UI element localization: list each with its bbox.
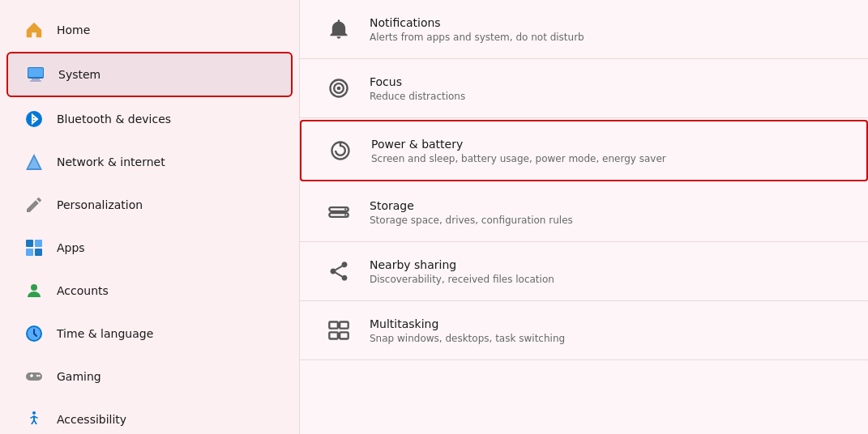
notifications-icon	[324, 15, 353, 44]
network-icon	[23, 151, 45, 173]
svg-point-19	[32, 411, 36, 415]
settings-list: Notifications Alerts from apps and syste…	[300, 0, 868, 360]
svg-rect-23	[340, 143, 341, 147]
svg-rect-30	[329, 332, 338, 338]
system-label: System	[58, 68, 100, 81]
svg-rect-2	[30, 80, 41, 82]
accounts-icon	[23, 279, 45, 302]
multitasking-icon	[324, 316, 353, 345]
nearby-icon	[324, 257, 353, 286]
settings-item-nearby[interactable]: Nearby sharing Discoverability, received…	[300, 242, 868, 301]
svg-rect-10	[35, 249, 42, 256]
accessibility-label: Accessibility	[57, 413, 126, 426]
storage-title: Storage	[370, 199, 573, 212]
nearby-title: Nearby sharing	[370, 258, 554, 271]
storage-icon	[324, 198, 353, 227]
sidebar-item-network[interactable]: Network & internet	[6, 141, 293, 183]
main-content: Notifications Alerts from apps and syste…	[300, 0, 868, 434]
multitasking-title: Multitasking	[370, 317, 565, 330]
time-icon	[23, 322, 45, 345]
notifications-desc: Alerts from apps and system, do not dist…	[370, 32, 584, 43]
sidebar-item-system[interactable]: System	[6, 52, 293, 97]
accounts-label: Accounts	[57, 284, 109, 297]
focus-icon	[324, 74, 353, 103]
svg-rect-29	[340, 322, 348, 329]
storage-text: Storage Storage space, drives, configura…	[370, 199, 573, 226]
sidebar-item-apps[interactable]: Apps	[6, 227, 293, 269]
bluetooth-icon	[23, 108, 45, 130]
svg-rect-16	[31, 374, 32, 377]
sidebar-item-bluetooth[interactable]: Bluetooth & devices	[6, 98, 293, 140]
focus-text: Focus Reduce distractions	[370, 75, 465, 102]
svg-rect-1	[32, 79, 40, 80]
multitasking-text: Multitasking Snap windows, desktops, tas…	[370, 317, 565, 344]
system-icon	[24, 63, 47, 86]
gaming-label: Gaming	[57, 370, 101, 383]
svg-rect-28	[329, 322, 338, 329]
settings-item-focus[interactable]: Focus Reduce distractions	[300, 59, 868, 118]
svg-rect-9	[26, 249, 33, 256]
sidebar-item-time[interactable]: Time & language	[6, 313, 293, 355]
time-label: Time & language	[57, 327, 153, 340]
focus-desc: Reduce distractions	[370, 91, 465, 102]
bluetooth-label: Bluetooth & devices	[57, 113, 171, 126]
power-text: Power & battery Screen and sleep, batter…	[371, 138, 666, 164]
svg-rect-3	[28, 68, 43, 77]
power-icon	[326, 136, 355, 165]
notifications-title: Notifications	[370, 16, 584, 29]
storage-desc: Storage space, drives, configuration rul…	[370, 215, 573, 226]
svg-point-27	[344, 214, 346, 215]
multitasking-desc: Snap windows, desktops, task switching	[370, 333, 565, 344]
settings-item-storage[interactable]: Storage Storage space, drives, configura…	[300, 183, 868, 242]
svg-point-11	[31, 284, 37, 291]
svg-rect-8	[35, 240, 42, 247]
nearby-text: Nearby sharing Discoverability, received…	[370, 258, 554, 285]
sidebar-item-home[interactable]: Home	[6, 9, 293, 51]
sidebar-item-personalization[interactable]: Personalization	[6, 184, 293, 226]
power-desc: Screen and sleep, battery usage, power m…	[371, 153, 666, 164]
apps-label: Apps	[57, 241, 85, 254]
svg-point-25	[344, 208, 346, 210]
gaming-icon	[23, 365, 45, 388]
svg-rect-7	[26, 240, 33, 247]
focus-title: Focus	[370, 75, 465, 88]
sidebar-item-accounts[interactable]: Accounts	[6, 270, 293, 312]
sidebar-item-accessibility[interactable]: Accessibility	[6, 398, 293, 434]
home-icon	[23, 19, 45, 41]
apps-icon	[23, 236, 45, 259]
svg-point-22	[337, 87, 341, 91]
personalization-label: Personalization	[57, 198, 143, 211]
svg-rect-31	[340, 332, 348, 338]
settings-item-power[interactable]: Power & battery Screen and sleep, batter…	[300, 120, 868, 181]
svg-point-18	[38, 375, 40, 377]
power-title: Power & battery	[371, 138, 666, 151]
svg-point-17	[36, 375, 38, 377]
network-label: Network & internet	[57, 155, 165, 168]
sidebar-item-gaming[interactable]: Gaming	[6, 355, 293, 398]
sidebar: Home System Bluetooth & devices	[0, 0, 300, 434]
accessibility-icon	[23, 408, 45, 431]
settings-item-notifications[interactable]: Notifications Alerts from apps and syste…	[300, 0, 868, 59]
nearby-desc: Discoverability, received files location	[370, 274, 554, 285]
notifications-text: Notifications Alerts from apps and syste…	[370, 16, 584, 43]
personalization-icon	[23, 194, 45, 216]
settings-item-multitasking[interactable]: Multitasking Snap windows, desktops, tas…	[300, 301, 868, 360]
home-label: Home	[57, 23, 90, 36]
